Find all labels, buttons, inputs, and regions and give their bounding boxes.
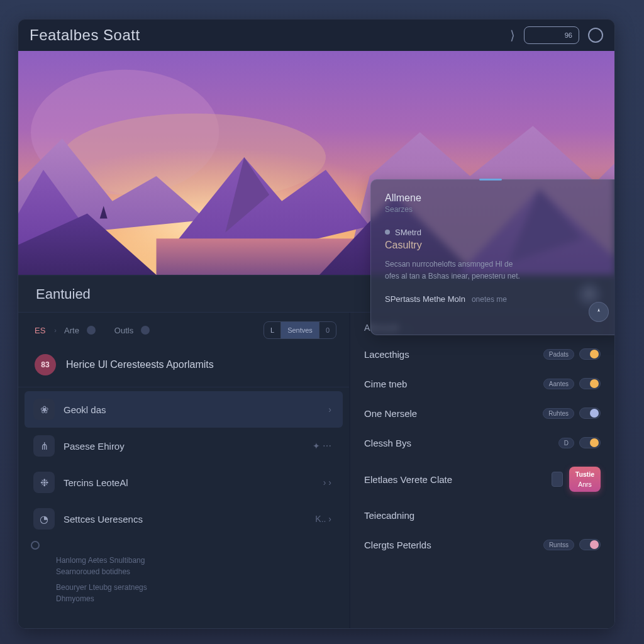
compass-icon[interactable] — [589, 302, 609, 322]
featured-item[interactable]: 83 Herice Ul Ceresteests Aporlamits — [18, 345, 349, 387]
footer-line: Beouryer Lteubg seratnegs — [56, 582, 338, 594]
overlay-title: Allmene — [385, 192, 608, 204]
filter-a-label[interactable]: Arte — [64, 326, 79, 335]
toggle-switch[interactable] — [579, 539, 601, 550]
chevron-right-icon: › — [54, 326, 57, 334]
top-right-controls: ⟩ 96 — [510, 26, 603, 44]
list-item[interactable]: ❉ Tercins LeoteAl › › — [25, 464, 343, 501]
overlay-tag: SMetrd — [385, 228, 608, 237]
columns: ES › Arte Outls L Sentves 0 83 Herice Ul… — [18, 313, 614, 628]
row-label: Clergts Peterlds — [364, 540, 431, 550]
seg-left[interactable]: L — [264, 322, 280, 338]
overlay-subtitle: Searzes — [385, 205, 608, 214]
overlay-foot-sub: onetes me — [472, 295, 507, 304]
list-item[interactable]: ❀ Geokl das › — [25, 391, 343, 428]
highlight-chip[interactable]: Tustie Anrs — [569, 467, 601, 492]
status-badge: Runtss — [543, 540, 574, 550]
row-label: Cime tneb — [364, 379, 407, 389]
toggle-switch[interactable] — [579, 348, 601, 360]
footer-line: Hanlomg Aetes Snultibang — [56, 555, 338, 567]
status-badge: D — [558, 438, 574, 448]
filter-b-label[interactable]: Outls — [114, 326, 133, 335]
row-label: Teiecadning — [364, 510, 414, 521]
bracket-icon: ⟩ — [510, 28, 515, 43]
overlay-info-card: Allmene Searzes SMetrd Casultry Secsan n… — [370, 179, 615, 335]
overlay-body: Secsan nurrcohelofts ansmnged Hl de ofes… — [385, 258, 608, 282]
filter-es[interactable]: ES — [35, 326, 45, 335]
toggle-switch[interactable] — [579, 408, 601, 419]
featured-text: Herice Ul Ceresteests Aporlamits — [66, 359, 214, 370]
sub-title: Eantuied — [36, 286, 91, 303]
settings-row[interactable]: Eletlaes Verete Clate Tustie Anrs — [350, 457, 614, 501]
double-chevron-icon: › › — [323, 477, 331, 487]
right-panel: Alsrounit ⌄ ⌄ Lacecthigs Padats Cime tne… — [350, 313, 614, 628]
clock-icon: ◔ — [33, 508, 55, 530]
settings-row[interactable]: Cime tneb Aantes — [350, 369, 614, 398]
overlay-heading: Casultry — [385, 240, 608, 251]
pill-value: 96 — [565, 31, 572, 39]
footer-line: Dhmyomes — [56, 593, 338, 605]
segmented-control[interactable]: L Sentves 0 — [264, 321, 336, 339]
fork-icon: ⋔ — [33, 435, 55, 457]
left-panel: ES › Arte Outls L Sentves 0 83 Herice Ul… — [18, 313, 350, 628]
chip-top: Tustie — [575, 470, 594, 478]
top-bar: Featalbes Soatt ⟩ 96 — [18, 19, 614, 51]
radio-empty-icon[interactable] — [31, 541, 40, 550]
overlay-footer: SPertasts Methe Moln onetes me — [385, 294, 608, 304]
seg-right[interactable]: 0 — [319, 322, 336, 338]
footer-line: Searnoroued botidhes — [56, 566, 338, 578]
left-footer-text: Hanlomg Aetes Snultibang Searnoroued bot… — [18, 537, 349, 613]
chevron-right-icon: › — [328, 404, 331, 414]
settings-row[interactable]: Clessh Bys D — [350, 428, 614, 457]
status-badge: Padats — [543, 349, 574, 360]
overlay-foot-main: SPertasts Methe Moln — [385, 294, 465, 304]
row-label: Clessh Bys — [364, 438, 411, 448]
status-badge: Ruhtes — [543, 408, 574, 419]
filter-b-dot[interactable] — [141, 326, 150, 335]
featured-badge: 83 — [35, 354, 56, 375]
settings-row[interactable]: One Nersele Ruhtes — [350, 398, 614, 428]
settings-row[interactable]: Lacecthigs Padats — [350, 339, 614, 369]
overlay-body-line2: ofes al tan a Bshas inear, penesteru net… — [385, 272, 520, 280]
sparkle-icon: ❉ — [33, 472, 55, 493]
item-label: Geokl das — [64, 404, 106, 415]
chip-bottom: Anrs — [578, 480, 592, 488]
filter-row: ES › Arte Outls L Sentves 0 — [18, 313, 349, 345]
list-item[interactable]: ◔ Settces Ueresencs K.. › — [25, 501, 343, 537]
settings-row[interactable]: Clergts Peterlds Runtss — [350, 530, 614, 559]
app-window: Featalbes Soatt ⟩ 96 — [18, 19, 615, 629]
seg-mid[interactable]: Sentves — [280, 322, 319, 338]
item-label: Pasese Ehiroy — [64, 441, 125, 452]
toggle-switch[interactable] — [579, 378, 601, 389]
top-circle-button[interactable] — [588, 28, 603, 43]
row-label: One Nersele — [364, 408, 417, 419]
overlay-body-line1: Secsan nurrcohelofts ansmnged Hl de — [385, 260, 513, 269]
app-title: Featalbes Soatt — [30, 26, 140, 44]
item-label: Tercins LeoteAl — [64, 477, 128, 488]
list-item[interactable]: ⋔ Pasese Ehiroy ✦ ⋯ — [25, 428, 343, 464]
star-more-icon: ✦ ⋯ — [313, 441, 331, 451]
toggle-switch[interactable] — [579, 437, 601, 448]
flower-icon: ❀ — [33, 399, 55, 420]
item-label: Settces Ueresencs — [64, 514, 143, 525]
chip-prefix-icon — [552, 472, 563, 487]
filter-a-dot[interactable] — [87, 326, 96, 335]
row-label: Eletlaes Verete Clate — [364, 474, 452, 485]
top-pill-button[interactable]: 96 — [524, 26, 579, 44]
keyboard-hint: K.. › — [315, 514, 331, 524]
status-badge: Aantes — [543, 379, 574, 389]
settings-row[interactable]: Teiecadning — [350, 501, 614, 530]
row-label: Lacecthigs — [364, 349, 409, 360]
left-list: ❀ Geokl das › ⋔ Pasese Ehiroy ✦ ⋯ ❉ Terc… — [18, 387, 349, 613]
